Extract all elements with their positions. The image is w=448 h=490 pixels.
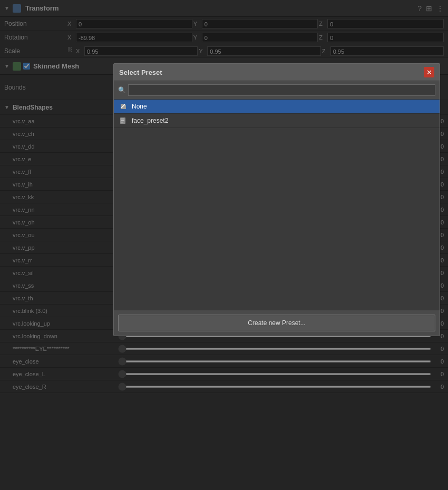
preset-face-preset2-label: face_preset2 <box>132 117 168 124</box>
modal-title: Select Preset <box>119 68 424 76</box>
select-preset-modal: Select Preset ✕ 🔍 None <box>113 63 440 336</box>
none-icon <box>119 102 128 111</box>
modal-search-bar: 🔍 <box>114 81 440 100</box>
svg-rect-3 <box>121 119 124 120</box>
modal-header: Select Preset ✕ <box>114 64 440 81</box>
svg-rect-5 <box>121 122 123 123</box>
preset-item-none[interactable]: None <box>114 100 440 114</box>
modal-close-button[interactable]: ✕ <box>424 67 434 77</box>
preset-none-label: None <box>132 103 147 110</box>
preset-item-face-preset2[interactable]: face_preset2 <box>114 114 440 128</box>
preset-list: None face_preset2 <box>114 100 440 310</box>
search-input[interactable] <box>128 84 435 96</box>
face-preset2-icon <box>119 116 128 125</box>
search-icon: 🔍 <box>118 86 126 94</box>
svg-rect-4 <box>121 120 124 121</box>
create-preset-button[interactable]: Create new Preset... <box>118 315 435 331</box>
